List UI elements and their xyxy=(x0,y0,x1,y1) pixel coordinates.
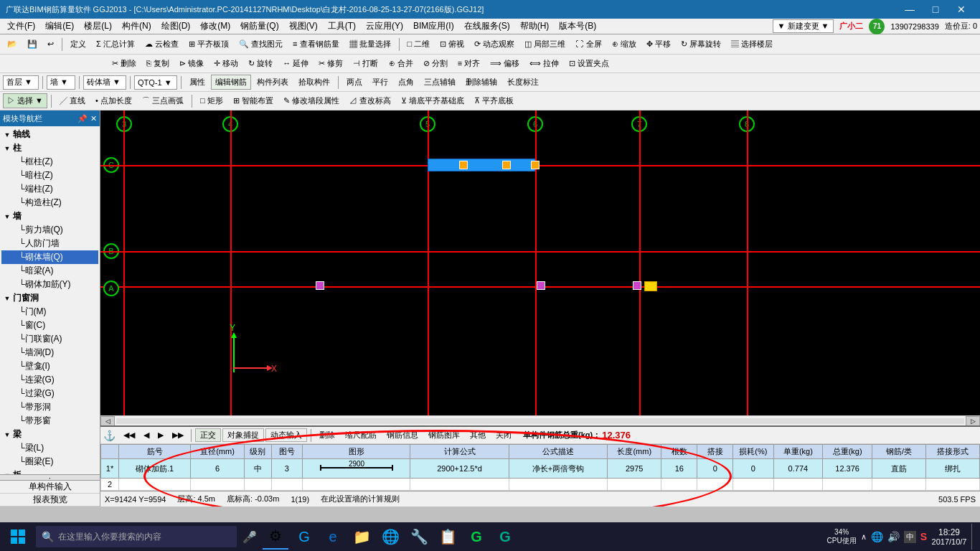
menu-file[interactable]: 文件(F) xyxy=(3,19,39,34)
tree-group-beam[interactable]: ▼梁 xyxy=(1,428,98,441)
tray-network[interactable]: 🌐 xyxy=(871,531,883,542)
menu-rebar-qty[interactable]: 钢筋量(Q) xyxy=(236,19,283,34)
tb-other-btn[interactable]: 其他 xyxy=(466,428,490,443)
tb-cloud-check-btn[interactable]: ☁ 云检查 xyxy=(141,37,183,52)
tb-fullscreen-btn[interactable]: ⛶ 全屏 xyxy=(571,37,606,52)
tree-item-wall-opening[interactable]: └墙洞(D) xyxy=(1,346,98,359)
tree-item-strip-hole[interactable]: └带形洞 xyxy=(1,400,98,414)
tb-three-point-aux-btn[interactable]: 三点辅轴 xyxy=(420,75,460,90)
tb-delete-btn[interactable]: ✂ 删除 xyxy=(108,56,141,71)
tree-item-ring-beam[interactable]: └圈梁(E) xyxy=(1,455,98,468)
material-dropdown[interactable]: 砖体墙 ▼ xyxy=(83,75,126,90)
menu-help[interactable]: 帮助(H) xyxy=(516,19,554,34)
tb-rebar-info-btn[interactable]: 钢筋信息 xyxy=(382,428,423,443)
table-row-2[interactable]: 2 xyxy=(101,479,980,491)
new-change-btn[interactable]: ▼ 新建变更 ▼ xyxy=(773,19,834,33)
tree-item-door[interactable]: └门(M) xyxy=(1,305,98,319)
menu-floor[interactable]: 楼层(L) xyxy=(80,19,116,34)
close-button[interactable]: ✕ xyxy=(948,0,974,19)
scroll-right-btn[interactable]: ▷ xyxy=(966,416,980,426)
tree-item-struct-col[interactable]: └构造柱(Z) xyxy=(1,196,98,209)
beam-handle-2[interactable] xyxy=(502,161,511,169)
tb-mirror-btn[interactable]: ⊳ 镜像 xyxy=(175,56,208,71)
tb-extend-btn[interactable]: ↔ 延伸 xyxy=(278,56,313,71)
floor-dropdown[interactable]: 首层 ▼ xyxy=(3,75,39,90)
tb-pan-btn[interactable]: ✥ 平移 xyxy=(642,37,675,52)
tb-2d-btn[interactable]: □ 二维 xyxy=(403,37,435,52)
beam-blue[interactable] xyxy=(428,159,535,171)
tb-modify-wall-btn[interactable]: ✎ 修改墙段属性 xyxy=(279,93,344,108)
tb-copy-btn[interactable]: ⎘ 复制 xyxy=(142,56,174,71)
tree-item-coupling-beam[interactable]: └连梁(G) xyxy=(1,373,98,387)
tb-save-btn[interactable]: 💾 xyxy=(23,37,42,51)
tb-close-panel-btn[interactable]: 关闭 xyxy=(491,428,516,443)
menu-bim[interactable]: BIM应用(I) xyxy=(409,19,458,34)
tb-align-btn[interactable]: ≡ 对齐 xyxy=(453,56,484,71)
tb-delete-aux-btn[interactable]: 删除辅轴 xyxy=(461,75,501,90)
single-element-input-btn[interactable]: 单构件输入 xyxy=(0,481,100,494)
tb-rect-btn[interactable]: □ 矩形 xyxy=(196,93,227,108)
tb-wall-align-base-btn[interactable]: ⊻ 墙底平齐基础底 xyxy=(397,93,468,108)
tree-item-beam[interactable]: └梁(L) xyxy=(1,441,98,455)
tb-element-list-btn[interactable]: 构件列表 xyxy=(253,75,293,90)
tb-rotate-btn[interactable]: ↻ 屏幕旋转 xyxy=(677,37,725,52)
tb-batch-select-btn[interactable]: ▦ 批量选择 xyxy=(345,37,395,52)
tree-item-lintel[interactable]: └过梁(G) xyxy=(1,387,98,400)
h-scrollbar[interactable]: ◁ ▷ xyxy=(100,415,980,425)
tb-offset-btn[interactable]: ⟹ 偏移 xyxy=(486,56,524,71)
tb-dynamic-input-btn[interactable]: 动态输入 xyxy=(265,428,307,442)
name-dropdown[interactable]: QTQ-1 ▼ xyxy=(134,75,177,90)
taskbar-app-1[interactable]: ⚙ xyxy=(263,524,288,550)
tb-define-btn[interactable]: 定义 xyxy=(66,37,90,52)
tb-smart-layout-btn[interactable]: ⊞ 智能布置 xyxy=(229,93,278,108)
element-type-dropdown[interactable]: 墙 ▼ xyxy=(47,75,75,90)
scroll-track[interactable] xyxy=(116,418,964,424)
taskbar-app-7[interactable]: 📋 xyxy=(435,524,461,550)
tree-item-hidden-col[interactable]: └暗柱(Z) xyxy=(1,169,98,182)
tb-move-btn[interactable]: ✛ 移动 xyxy=(209,56,242,71)
nav-prev-btn[interactable]: ◀ xyxy=(140,429,153,441)
tb-undo-btn[interactable]: ↩ xyxy=(43,37,58,51)
tree-group-opening[interactable]: ▼门窗洞 xyxy=(1,291,98,305)
tb-calc-btn[interactable]: Σ 汇总计算 xyxy=(92,37,139,52)
tree-item-strip-window[interactable]: └带形窗 xyxy=(1,414,98,428)
tb-ortho-btn[interactable]: 正交 xyxy=(195,428,221,442)
tree-group-axis[interactable]: ▼轴线 xyxy=(1,128,98,141)
nav-next-next-btn[interactable]: ▶▶ xyxy=(169,429,187,441)
scroll-left-btn[interactable]: ◁ xyxy=(100,416,115,426)
tree-item-frame-col[interactable]: └框柱(Z) xyxy=(1,155,98,169)
tree-item-niche[interactable]: └壁龛(I) xyxy=(1,359,98,373)
beam-handle-1[interactable] xyxy=(459,161,468,169)
tree-item-hidden-beam[interactable]: └暗梁(A) xyxy=(1,264,98,278)
tb-open-btn[interactable]: 📂 xyxy=(3,37,22,51)
taskbar-app-9[interactable]: G xyxy=(492,524,518,550)
tree-item-door-window[interactable]: └门联窗(A) xyxy=(1,332,98,346)
tree-item-masonry-wall[interactable]: └砌体墙(Q) xyxy=(1,250,98,264)
magenta-handle-1[interactable] xyxy=(316,281,324,290)
table-row-1[interactable]: 1* 砌体加筋.1 6 中 3 2900 xyxy=(101,459,980,479)
tb-break-btn[interactable]: ⊣ 打断 xyxy=(349,56,382,71)
taskbar-app-3[interactable]: e xyxy=(320,524,346,550)
tree-item-shear-wall[interactable]: └剪力墙(Q) xyxy=(1,223,98,237)
panel-close-btn[interactable]: ✕ xyxy=(90,114,97,123)
tb-rotate-edit-btn[interactable]: ↻ 旋转 xyxy=(244,56,277,71)
magenta-handle-2[interactable] xyxy=(537,281,545,290)
tray-ime-en[interactable]: 中 xyxy=(904,531,916,543)
tb-dynamic-btn[interactable]: ⟳ 动态观察 xyxy=(470,37,519,52)
taskbar-app-6[interactable]: 🔧 xyxy=(406,524,432,550)
show-desktop-btn[interactable] xyxy=(971,524,977,550)
menu-draw[interactable]: 绘图(D) xyxy=(157,19,195,34)
tb-point-angle-btn[interactable]: 点角 xyxy=(394,75,418,90)
menu-view[interactable]: 视图(V) xyxy=(285,19,322,34)
tb-props-btn[interactable]: 属性 xyxy=(185,75,209,90)
tb-line-btn[interactable]: ╱ 直线 xyxy=(55,93,90,108)
tb-scale-rebar-btn[interactable]: 缩尺配筋 xyxy=(341,428,381,443)
tb-rebar-lib-btn[interactable]: 钢筋图库 xyxy=(424,428,464,443)
beam-handle-3[interactable] xyxy=(531,161,540,169)
tb-length-mark-btn[interactable]: 长度标注 xyxy=(503,75,543,90)
mic-icon[interactable]: 🎤 xyxy=(242,530,257,544)
maximize-button[interactable]: □ xyxy=(923,0,948,19)
tree-group-column[interactable]: ▼柱 xyxy=(1,141,98,155)
tb-trim-btn[interactable]: ✂ 修剪 xyxy=(314,56,347,71)
tb-stretch-btn[interactable]: ⟺ 拉伸 xyxy=(525,56,563,71)
